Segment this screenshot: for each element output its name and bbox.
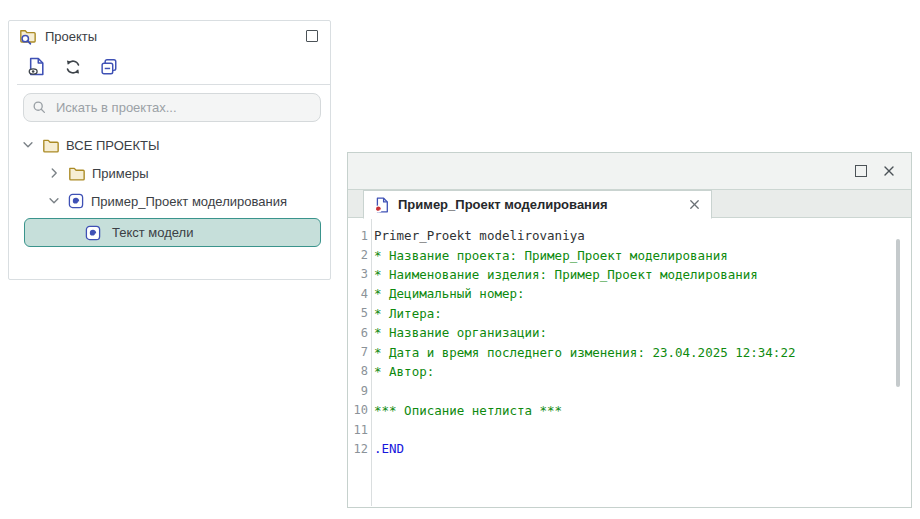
line-number: 12 (348, 442, 368, 456)
projects-panel-header: Проекты (19, 23, 320, 49)
projects-tree: ВСЕ ПРОЕКТЫ Примеры Пример_Проект модели… (9, 131, 330, 247)
line-text: *** Описание нетлиста *** (368, 403, 562, 418)
maximize-icon (855, 165, 867, 177)
window-controls (855, 153, 911, 189)
editor-titlebar (348, 153, 911, 190)
folder-icon (68, 165, 85, 182)
line-text: * Название проекта: Пример_Проект модели… (368, 248, 728, 263)
toolbar-separator (17, 84, 330, 85)
line-text: * Дата и время последнего изменения: 23.… (368, 345, 795, 360)
line-text: * Название организации: (368, 325, 547, 340)
line-text: * Наименование изделия: Пример_Проект мо… (368, 267, 758, 282)
close-button[interactable] (882, 164, 896, 178)
line-number: 10 (348, 403, 368, 417)
tree-item-label: ВСЕ ПРОЕКТЫ (66, 138, 159, 153)
editor-tabbar: Пример_Проект моделирования (348, 190, 911, 218)
code-line: 9 (348, 381, 911, 400)
code-line: 5 * Литера: (348, 304, 911, 323)
line-number: 11 (348, 423, 368, 437)
line-number: 6 (348, 326, 368, 340)
model-spiral-icon (68, 193, 84, 209)
folder-icon (42, 137, 59, 154)
code-line: 11 (348, 420, 911, 439)
tree-item-tekst-modeli[interactable]: Текст модели (24, 218, 321, 247)
line-number: 9 (348, 384, 368, 398)
tree-item-all-projects[interactable]: ВСЕ ПРОЕКТЫ (9, 131, 330, 159)
projects-panel: Проекты ВСЕ ПРОЕКТЫ (8, 20, 331, 280)
close-icon (882, 164, 896, 178)
code-line: 3 * Наименование изделия: Пример_Проект … (348, 265, 911, 284)
model-spiral-icon (85, 225, 101, 241)
code-line: 10 *** Описание нетлиста *** (348, 401, 911, 420)
document-eye-icon (27, 57, 46, 76)
chevron-down-icon[interactable] (21, 138, 35, 152)
tree-item-label: Пример_Проект моделирования (91, 194, 287, 209)
search-icon (32, 100, 47, 115)
desktop: Проекты ВСЕ ПРОЕКТЫ (0, 0, 920, 519)
refresh-button[interactable] (63, 57, 82, 76)
tree-item-primer-proekt[interactable]: Пример_Проект моделирования (9, 187, 330, 215)
tab-primer-proekt[interactable]: Пример_Проект моделирования (363, 190, 712, 219)
refresh-icon (64, 58, 82, 76)
tab-close-button[interactable] (688, 198, 701, 211)
collapse-all-icon (100, 58, 118, 76)
panel-dock-button[interactable] (306, 30, 318, 42)
code-area: 1 Primer_Proekt modelirovaniya 2 * Назва… (348, 218, 911, 459)
projects-toolbar (27, 57, 330, 76)
line-number: 3 (348, 267, 368, 281)
projects-search-input[interactable] (56, 100, 312, 115)
chevron-right-icon[interactable] (47, 166, 61, 180)
line-number: 2 (348, 248, 368, 262)
editor-window: Пример_Проект моделирования 1 Primer_Pro… (347, 152, 912, 508)
gutter-separator (371, 218, 372, 506)
code-line: 1 Primer_Proekt modelirovaniya (348, 226, 911, 245)
line-number: 4 (348, 287, 368, 301)
vertical-scrollbar[interactable] (896, 239, 900, 387)
line-text: * Литера: (368, 306, 442, 321)
line-number: 7 (348, 345, 368, 359)
line-number: 8 (348, 364, 368, 378)
line-text: * Децимальный номер: (368, 286, 525, 301)
code-line: 2 * Название проекта: Пример_Проект моде… (348, 245, 911, 264)
tab-close-icon (688, 198, 701, 211)
projects-folder-search-icon (19, 28, 36, 45)
code-line: 6 * Название организации: (348, 323, 911, 342)
line-text: * Автор: (368, 364, 434, 379)
tab-title: Пример_Проект моделирования (398, 197, 608, 212)
code-line: 12 .END (348, 439, 911, 458)
tree-item-primery[interactable]: Примеры (9, 159, 330, 187)
code-line: 7 * Дата и время последнего изменения: 2… (348, 342, 911, 361)
line-number: 5 (348, 306, 368, 320)
code-line: 4 * Децимальный номер: (348, 284, 911, 303)
line-text: Primer_Proekt modelirovaniya (368, 228, 585, 243)
line-number: 1 (348, 229, 368, 243)
line-text: .END (368, 441, 404, 456)
code-editor[interactable]: 1 Primer_Proekt modelirovaniya 2 * Назва… (348, 218, 911, 506)
projects-panel-title: Проекты (45, 29, 97, 44)
tree-item-label: Текст модели (112, 225, 193, 240)
projects-search-box (23, 93, 321, 122)
tree-item-label: Примеры (92, 166, 149, 181)
maximize-button[interactable] (855, 165, 867, 177)
chevron-down-icon[interactable] (47, 194, 61, 208)
collapse-all-button[interactable] (99, 57, 118, 76)
code-line: 8 * Автор: (348, 362, 911, 381)
model-document-icon (374, 197, 390, 213)
preview-document-button[interactable] (27, 57, 46, 76)
